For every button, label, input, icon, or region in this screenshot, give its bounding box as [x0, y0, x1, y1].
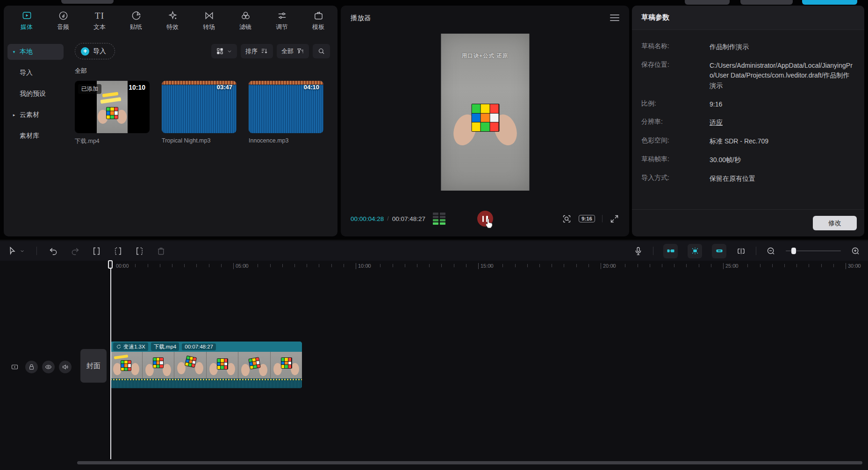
ruler-label: 25:00 — [723, 263, 739, 269]
titlebar-button-fragment[interactable] — [740, 0, 793, 5]
toggle-visibility-button[interactable] — [42, 361, 55, 373]
modify-button[interactable]: 修改 — [813, 216, 857, 230]
fullscreen-icon[interactable] — [610, 214, 619, 224]
search-button[interactable] — [313, 44, 330, 58]
media-card-audio[interactable]: 04:10 Innocence.mp3 — [249, 81, 323, 145]
tab-audio[interactable]: 音频 — [45, 10, 81, 36]
preview-axis-toggle[interactable] — [688, 244, 702, 258]
divider — [602, 215, 603, 222]
cursor-icon — [7, 246, 17, 256]
audio-waveform-thumbnail[interactable]: 04:10 — [249, 81, 323, 133]
clip-name-label: 下载.mp4 — [154, 343, 177, 350]
sidebar-item-material-library[interactable]: 素材库 — [7, 128, 64, 144]
sidebar-item-label: 导入 — [20, 69, 33, 77]
sort-button[interactable]: 排序 — [241, 44, 273, 58]
filter-circles-icon — [240, 10, 251, 21]
tab-effects[interactable]: 特效 — [154, 10, 191, 36]
lock-track-button[interactable] — [25, 361, 38, 373]
sidebar-item-import[interactable]: 导入 — [7, 65, 64, 81]
param-value-link[interactable]: 适应 — [710, 118, 723, 128]
split-icon[interactable] — [92, 246, 101, 256]
zoom-in-icon[interactable] — [851, 246, 861, 256]
hand — [227, 363, 235, 375]
divider — [756, 247, 756, 255]
timeline-video-clip[interactable]: 变速1.3X 下载.mp4 00:07:48:27 — [110, 342, 302, 388]
tab-text[interactable]: TI 文本 — [81, 10, 118, 36]
cover-button[interactable]: 封面 — [80, 349, 107, 383]
ruler-label: 10:00 — [356, 263, 371, 269]
tab-media[interactable]: 媒体 — [8, 10, 45, 36]
preview-quality-icon[interactable] — [562, 214, 572, 224]
player-menu-icon[interactable] — [610, 14, 619, 21]
timeline-zoom-slider[interactable] — [786, 250, 841, 251]
speaker-icon — [61, 363, 69, 371]
titlebar-button-fragment[interactable] — [61, 0, 114, 4]
filmstrip-frame — [174, 352, 207, 378]
chevron-down-icon — [20, 249, 25, 254]
clip-speed-chip[interactable]: 变速1.3X — [113, 342, 148, 351]
tab-adjust[interactable]: 调节 — [264, 10, 300, 36]
param-row-resolution: 分辨率: 适应 — [641, 118, 855, 128]
waveform-bars — [110, 381, 302, 388]
divider — [653, 247, 653, 255]
audio-waveform-thumbnail[interactable]: 03:47 — [162, 81, 237, 133]
split-keep-left-icon[interactable] — [135, 246, 144, 256]
filter-button[interactable]: 全部 — [277, 44, 309, 58]
param-value: 保留在原有位置 — [710, 174, 755, 184]
zoom-out-icon[interactable] — [766, 246, 776, 256]
timeline-toolbar — [0, 241, 868, 261]
tab-template[interactable]: 模板 — [300, 10, 337, 36]
zoom-slider-knob[interactable] — [791, 248, 796, 254]
titlebar-button-fragment[interactable] — [685, 0, 730, 5]
media-card-audio[interactable]: 03:47 Tropical Night.mp3 — [162, 81, 237, 145]
auto-snap-toggle[interactable] — [663, 244, 678, 258]
tab-transition[interactable]: 转场 — [191, 10, 227, 36]
select-tool-button[interactable] — [7, 246, 25, 256]
undo-icon[interactable] — [49, 246, 58, 256]
playhead-handle[interactable] — [108, 260, 113, 269]
param-label: 保存位置: — [641, 61, 710, 69]
grid-view-icon — [216, 47, 224, 55]
param-label: 导入方式: — [641, 174, 710, 182]
ruler-label: 20:00 — [601, 263, 616, 269]
ruler-label: 30:00 — [846, 263, 861, 269]
export-button-fragment[interactable] — [802, 0, 857, 5]
sidebar-item-my-presets[interactable]: 我的预设 — [7, 86, 64, 102]
sidebar-item-cloud-material[interactable]: ▸ 云素材 — [7, 107, 64, 123]
video-thumbnail[interactable]: 已添加 10:10 — [75, 81, 150, 133]
clip-audio-waveform — [110, 378, 302, 388]
record-voiceover-icon[interactable] — [633, 246, 643, 256]
hand — [145, 364, 154, 376]
split-keep-right-icon[interactable] — [113, 246, 123, 256]
linkage-toggle[interactable] — [712, 244, 726, 258]
split-screen-icon[interactable] — [736, 246, 746, 256]
mute-track-button[interactable] — [59, 361, 72, 373]
redo-icon[interactable] — [70, 246, 80, 256]
timeline-horizontal-scrollbar[interactable] — [77, 461, 862, 464]
media-sidebar: ▾ 本地 导入 我的预设 ▸ 云素材 素材库 — [4, 36, 67, 236]
tab-sticker[interactable]: 贴纸 — [118, 10, 154, 36]
delete-icon[interactable] — [156, 246, 166, 256]
param-row-frame-rate: 草稿帧率: 30.00帧/秒 — [641, 155, 855, 165]
playhead-line[interactable] — [110, 261, 111, 459]
funnel-icon — [296, 47, 304, 55]
timeline-ruler[interactable]: 00:00 05:00 10:00 15:00 20:00 25:00 30:0… — [0, 262, 868, 274]
rubiks-cube — [153, 357, 164, 368]
video-preview[interactable]: 用口诀+公式 还原 — [441, 34, 529, 191]
chevron-right-icon: ▸ — [12, 113, 16, 117]
text-icon: TI — [95, 10, 104, 21]
tab-label: 模板 — [312, 23, 324, 31]
cover-button-label: 封面 — [86, 362, 100, 370]
media-card-video[interactable]: 已添加 10:10 下载.mp4 — [75, 81, 150, 145]
total-time: 00:07:48:27 — [392, 215, 425, 222]
rubiks-cube — [217, 358, 228, 370]
media-icon — [22, 10, 32, 21]
import-button[interactable]: + 导入 — [75, 43, 115, 59]
tab-filter[interactable]: 滤镜 — [227, 10, 264, 36]
aspect-ratio-button[interactable]: 9:16 — [579, 215, 595, 222]
rubiks-cube — [281, 357, 292, 369]
param-row-color-space: 色彩空间: 标准 SDR - Rec.709 — [641, 136, 855, 147]
speed-icon — [116, 344, 122, 349]
view-mode-button[interactable] — [211, 44, 237, 58]
sidebar-item-local[interactable]: ▾ 本地 — [7, 44, 64, 60]
